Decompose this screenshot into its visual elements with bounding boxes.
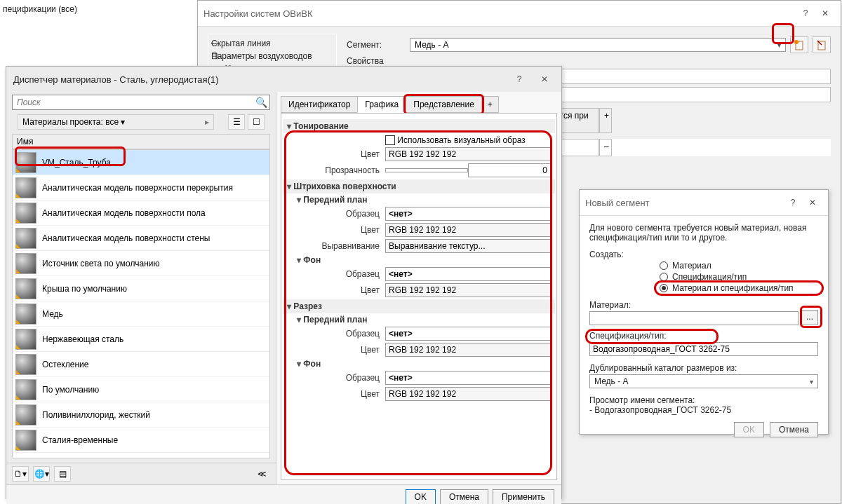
transparency-label: Прозрачность xyxy=(294,165,385,175)
close-icon[interactable]: ✕ xyxy=(803,194,822,211)
surf-bg-pattern[interactable]: <нет> xyxy=(385,267,551,281)
view-list-icon[interactable]: ☰ xyxy=(228,114,245,130)
help-icon[interactable]: ? xyxy=(796,5,815,22)
material-item[interactable]: Медь xyxy=(13,301,269,327)
preview-label: Просмотр имени сегмента: xyxy=(589,395,818,405)
create-label: Создать: xyxy=(589,250,660,259)
material-input[interactable] xyxy=(589,311,798,325)
segment-label: Сегмент: xyxy=(347,40,410,50)
surface-fg[interactable]: Передний план xyxy=(287,195,551,205)
material-item-label: Источник света по умолчанию xyxy=(42,259,159,268)
cut-bg[interactable]: Фон xyxy=(287,359,551,369)
svg-point-1 xyxy=(794,40,798,44)
material-thumb-icon xyxy=(15,177,36,198)
surf-fg-pattern[interactable]: <нет> xyxy=(385,207,551,221)
view-grid-icon[interactable]: ☐ xyxy=(248,114,265,130)
use-render-appearance-checkbox[interactable] xyxy=(385,135,395,145)
surface-bg[interactable]: Фон xyxy=(287,255,551,265)
material-browser-window: Диспетчер материалов - Сталь, углеродист… xyxy=(6,66,562,499)
tab-add[interactable]: + xyxy=(481,96,499,113)
collapse-panel-icon[interactable]: ≪ xyxy=(253,466,270,482)
cut-fg[interactable]: Передний план xyxy=(287,315,551,325)
tab-identifier[interactable]: Идентификатор xyxy=(281,96,358,113)
project-materials-crumb[interactable]: Материалы проекта: все ▾ xyxy=(18,114,214,130)
material-item[interactable]: Остекление xyxy=(13,352,269,377)
dup-catalog-dropdown[interactable]: Медь - A xyxy=(589,374,818,388)
tree-node-duct-params[interactable]: Параметры воздуховодов xyxy=(211,50,333,62)
tree-node-hidden-line[interactable]: Скрытая линия xyxy=(211,37,333,50)
tab-appearance[interactable]: Представление xyxy=(406,96,482,113)
material-item-label: По умолчанию xyxy=(42,385,99,395)
material-thumb-icon xyxy=(15,379,36,400)
ok-button[interactable]: OK xyxy=(406,489,436,504)
help-icon[interactable]: ? xyxy=(509,71,529,88)
segment-dropdown[interactable]: Медь - A xyxy=(410,38,786,52)
cut-fg-color[interactable]: RGB 192 192 192 xyxy=(385,343,551,357)
radio-spec[interactable]: Спецификация/тип xyxy=(660,272,818,282)
cancel-button[interactable]: Отмена xyxy=(770,422,818,437)
library-icon[interactable]: 🌐▾ xyxy=(33,466,50,482)
new-segment-button[interactable] xyxy=(790,36,808,53)
radio-material[interactable]: Материал xyxy=(660,261,818,271)
material-item[interactable]: Аналитическая модель поверхности пола xyxy=(13,200,269,226)
transparency-value[interactable]: 0 xyxy=(468,163,551,177)
material-item[interactable]: Нержавеющая сталь xyxy=(13,327,269,352)
search-icon[interactable]: 🔍 xyxy=(253,95,269,109)
material-item[interactable]: Сталия-временные xyxy=(13,428,269,453)
col-add[interactable]: + xyxy=(599,108,612,133)
section-surface-pattern[interactable]: Штриховка поверхности xyxy=(283,179,555,193)
apply-button[interactable]: Применить xyxy=(493,489,554,504)
material-item[interactable]: Крыша по умолчанию xyxy=(13,276,269,301)
new-segment-title: Новый сегмент xyxy=(585,198,650,208)
material-item[interactable]: Аналитическая модель поверхности стены xyxy=(13,226,269,251)
material-item[interactable]: Аналитическая модель поверхности перекры… xyxy=(13,175,269,200)
help-icon[interactable]: ? xyxy=(783,194,803,211)
dup-label: Дублированный каталог размеров из: xyxy=(589,363,818,373)
delete-segment-button[interactable] xyxy=(813,36,831,53)
use-render-label: Использовать визуальный образ xyxy=(397,135,525,145)
close-icon[interactable]: ✕ xyxy=(535,71,554,88)
material-item-label: Нержавеющая сталь xyxy=(42,334,123,344)
transparency-slider[interactable] xyxy=(385,168,468,172)
section-shading[interactable]: Тонирование xyxy=(283,119,555,133)
search-box[interactable]: 🔍 xyxy=(12,95,270,110)
material-thumb-icon xyxy=(15,228,36,249)
material-label: Материал: xyxy=(589,300,818,310)
material-item-label: Поливинилхлорид, жесткий xyxy=(42,410,150,420)
material-item[interactable]: Источник света по умолчанию xyxy=(13,251,269,276)
material-item[interactable]: По умолчанию xyxy=(13,377,269,402)
shade-color-value[interactable]: RGB 192 192 192 xyxy=(385,147,551,161)
material-item-label: Аналитическая модель поверхности перекры… xyxy=(42,183,233,193)
material-thumb-icon xyxy=(15,152,36,173)
surf-fg-color[interactable]: RGB 192 192 192 xyxy=(385,223,551,237)
material-browser-title: Диспетчер материалов - Сталь, углеродист… xyxy=(13,74,219,85)
surf-fg-align[interactable]: Выравнивание текстур... xyxy=(385,239,551,253)
props-label: Свойства xyxy=(347,56,410,66)
appearance-toggle-icon[interactable]: ▤ xyxy=(54,466,71,482)
tab-graphics[interactable]: Графика xyxy=(357,96,406,113)
cut-fg-pattern[interactable]: <нет> xyxy=(385,327,551,341)
close-icon[interactable]: ✕ xyxy=(815,5,835,22)
material-item-label: Остекление xyxy=(42,360,88,369)
search-input[interactable] xyxy=(13,95,253,109)
ok-button[interactable]: OK xyxy=(734,422,764,437)
material-item[interactable]: VM_Сталь_Труба xyxy=(13,150,269,175)
material-item[interactable]: Поливинилхлорид, жесткий xyxy=(13,402,269,428)
preview-value: - Водогазопроводная_ГОСТ 3262-75 xyxy=(589,405,818,415)
materials-list[interactable]: VM_Сталь_ТрубаАналитическая модель повер… xyxy=(12,149,270,458)
list-column-name[interactable]: Имя xyxy=(12,134,270,149)
browse-material-button[interactable]: ... xyxy=(801,310,818,325)
surf-bg-color[interactable]: RGB 192 192 192 xyxy=(385,283,551,297)
shade-color-label: Цвет xyxy=(294,149,385,159)
row-remove[interactable]: – xyxy=(599,139,612,156)
new-material-icon[interactable]: 🗋▾ xyxy=(12,466,29,482)
cut-bg-color[interactable]: RGB 192 192 192 xyxy=(385,387,551,401)
new-segment-intro: Для нового сегмента требуется новый мате… xyxy=(589,223,818,243)
cancel-button[interactable]: Отмена xyxy=(440,489,488,504)
material-thumb-icon xyxy=(15,278,36,299)
radio-both[interactable]: Материал и спецификация/тип xyxy=(660,283,818,293)
cut-bg-pattern[interactable]: <нет> xyxy=(385,371,551,385)
section-cut-pattern[interactable]: Разрез xyxy=(283,299,555,313)
segment-value: Медь - A xyxy=(415,40,448,50)
spec-input[interactable] xyxy=(589,342,818,356)
